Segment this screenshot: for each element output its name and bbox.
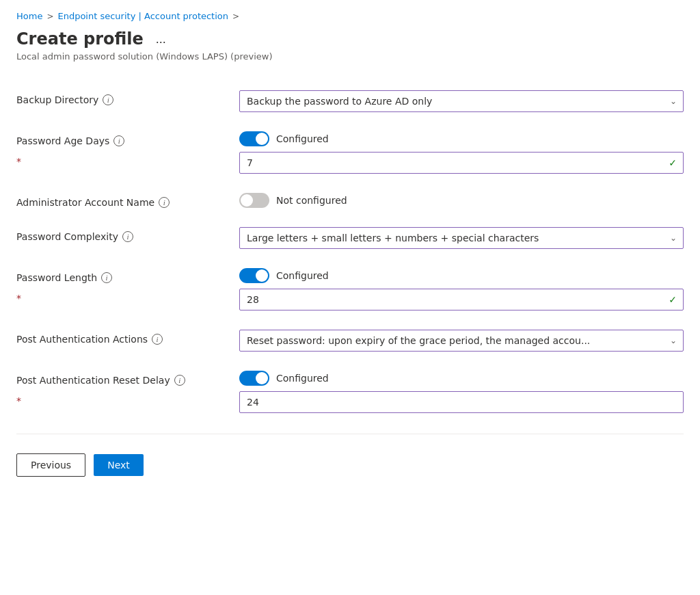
form-section: Backup Directory i Backup the password t… [16, 81, 684, 423]
password-length-input[interactable] [239, 289, 684, 310]
post-auth-actions-info-icon[interactable]: i [152, 334, 163, 345]
footer: Previous Next [0, 440, 700, 490]
post-auth-reset-delay-info-icon[interactable]: i [174, 375, 185, 386]
admin-account-name-toggle-row: Not configured [239, 193, 684, 208]
password-complexity-label: Password Complexity i [16, 227, 228, 242]
password-length-toggle[interactable] [239, 268, 269, 283]
breadcrumb-endpoint[interactable]: Endpoint security | Account protection [57, 11, 228, 21]
password-age-days-info-icon[interactable]: i [113, 135, 124, 146]
password-age-days-toggle[interactable] [239, 131, 269, 146]
backup-directory-info-icon[interactable]: i [103, 94, 113, 105]
backup-directory-dropdown-wrapper: Backup the password to Azure AD onlyBack… [239, 90, 684, 112]
footer-divider [16, 434, 684, 434]
password-complexity-control: Large letters + small letters + numbers … [239, 227, 684, 249]
password-age-days-input[interactable] [239, 152, 684, 174]
page-title: Create profile [16, 29, 144, 49]
post-auth-reset-delay-control: Configured [239, 371, 684, 386]
post-auth-reset-delay-toggle-label: Configured [276, 373, 329, 384]
password-length-required: * [16, 289, 228, 304]
password-complexity-select[interactable]: Large letters + small letters + numbers … [239, 227, 684, 249]
password-length-input-col: ✓ [239, 289, 684, 310]
post-auth-actions-control: Reset password: upon expiry of the grace… [239, 330, 684, 352]
admin-account-name-info-icon[interactable]: i [159, 197, 170, 208]
post-auth-reset-delay-value-row: * [16, 388, 684, 423]
admin-account-name-control: Not configured [239, 193, 684, 208]
password-length-control: Configured [239, 268, 684, 283]
post-auth-actions-label: Post Authentication Actions i [16, 330, 228, 345]
admin-account-name-toggle[interactable] [239, 193, 269, 208]
admin-account-name-toggle-label: Not configured [276, 195, 347, 206]
password-age-days-toggle-row: Configured [239, 131, 684, 146]
admin-account-name-label: Administrator Account Name i [16, 193, 228, 208]
password-age-days-toggle-label: Configured [276, 133, 329, 144]
post-auth-reset-delay-input[interactable] [239, 391, 684, 413]
post-auth-actions-dropdown-wrapper: Reset password: upon expiry of the grace… [239, 330, 684, 352]
breadcrumb: Home > Endpoint security | Account prote… [16, 11, 684, 21]
backup-directory-control: Backup the password to Azure AD onlyBack… [239, 90, 684, 112]
post-auth-reset-delay-toggle[interactable] [239, 371, 269, 386]
admin-account-name-row: Administrator Account Name i Not configu… [16, 183, 684, 217]
password-complexity-dropdown-wrapper: Large letters + small letters + numbers … [239, 227, 684, 249]
post-auth-reset-delay-required: * [16, 391, 228, 406]
post-auth-reset-delay-toggle-row: Configured [239, 371, 684, 386]
breadcrumb-sep1: > [46, 12, 53, 21]
password-complexity-info-icon[interactable]: i [122, 231, 133, 242]
password-length-check-icon: ✓ [669, 294, 677, 305]
password-length-label: Password Length i [16, 268, 228, 283]
password-age-days-input-wrapper: ✓ [239, 152, 684, 174]
password-age-days-value-row: * ✓ [16, 149, 684, 183]
password-age-days-input-col: ✓ [239, 152, 684, 174]
password-age-days-required: * [16, 152, 228, 167]
password-age-days-control: Configured [239, 131, 684, 146]
backup-directory-select[interactable]: Backup the password to Azure AD onlyBack… [239, 90, 684, 112]
post-auth-actions-row: Post Authentication Actions i Reset pass… [16, 320, 684, 361]
backup-directory-row: Backup Directory i Backup the password t… [16, 81, 684, 122]
password-length-info-icon[interactable]: i [101, 272, 112, 283]
password-length-input-wrapper: ✓ [239, 289, 684, 310]
page-subtitle: Local admin password solution (Windows L… [16, 51, 684, 62]
password-age-days-check-icon: ✓ [669, 157, 677, 168]
ellipsis-button[interactable]: ... [152, 31, 170, 48]
post-auth-actions-select[interactable]: Reset password: upon expiry of the grace… [239, 330, 684, 352]
post-auth-reset-delay-label: Post Authentication Reset Delay i [16, 371, 228, 386]
breadcrumb-sep2: > [232, 12, 239, 21]
password-length-toggle-row: Configured [239, 268, 684, 283]
post-auth-reset-delay-input-col [239, 391, 684, 413]
breadcrumb-home[interactable]: Home [16, 11, 42, 21]
previous-button[interactable]: Previous [16, 453, 85, 477]
password-length-value-row: * ✓ [16, 286, 684, 320]
next-button[interactable]: Next [94, 454, 144, 476]
password-age-days-label: Password Age Days i [16, 131, 228, 146]
page-header: Create profile ... [16, 29, 684, 49]
backup-directory-label: Backup Directory i [16, 90, 228, 105]
password-complexity-row: Password Complexity i Large letters + sm… [16, 217, 684, 259]
password-length-toggle-label: Configured [276, 270, 329, 281]
post-auth-reset-delay-input-wrapper [239, 391, 684, 413]
password-length-row: Password Length i Configured [16, 259, 684, 286]
password-age-days-row: Password Age Days i Configured [16, 122, 684, 149]
post-auth-reset-delay-row: Post Authentication Reset Delay i Config… [16, 361, 684, 388]
